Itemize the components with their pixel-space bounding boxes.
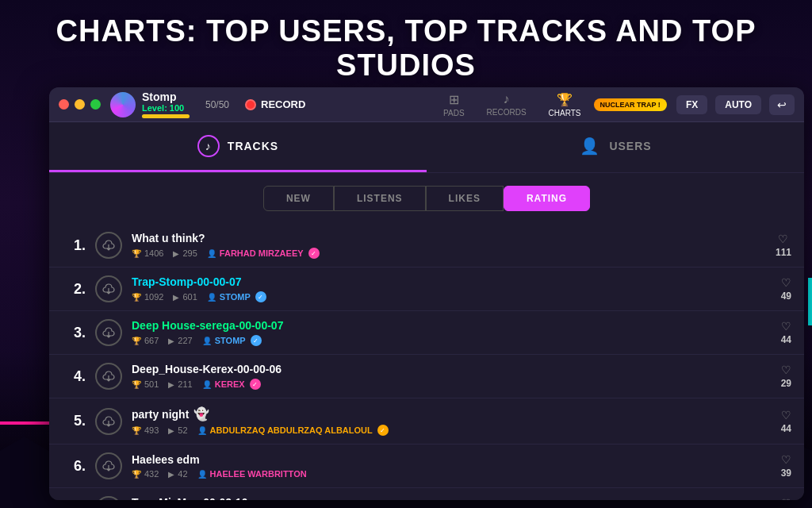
download-button[interactable] bbox=[95, 408, 122, 435]
app-name: Stomp bbox=[142, 90, 190, 103]
play-value: 52 bbox=[178, 425, 187, 435]
verified-icon: ✓ bbox=[377, 425, 389, 436]
trophy-count: 🏆 501 bbox=[132, 379, 159, 389]
download-button[interactable] bbox=[95, 275, 122, 302]
level-bar-fill bbox=[142, 114, 190, 118]
level-value: 100 bbox=[170, 103, 184, 113]
heart-icon: ♡ bbox=[778, 233, 788, 245]
track-row[interactable]: 6. Haelees edm 🏆 432 ▶ 42 👤 HAELE bbox=[49, 444, 804, 488]
auto-button[interactable]: AUTO bbox=[715, 95, 761, 114]
heart-icon: ♡ bbox=[781, 276, 791, 289]
download-button[interactable] bbox=[95, 232, 122, 259]
close-button[interactable] bbox=[59, 99, 69, 110]
level-bar-container bbox=[142, 114, 190, 118]
track-name: Deep_House-Kerex-00-00-06 bbox=[132, 363, 772, 375]
record-label: RECORD bbox=[261, 98, 305, 110]
download-button[interactable] bbox=[95, 452, 122, 479]
download-icon bbox=[102, 415, 115, 428]
nuclear-label: NUCLEAR TRAP ! bbox=[600, 101, 661, 109]
person-icon: 👤 bbox=[202, 380, 212, 389]
track-likes: ♡ 44 bbox=[781, 320, 791, 345]
records-icon: ♪ bbox=[504, 92, 510, 106]
track-likes: ♡ 49 bbox=[781, 276, 791, 302]
artist-info: 👤 STOMP ✓ bbox=[202, 335, 262, 346]
play-value: 601 bbox=[182, 292, 197, 302]
heart-icon: ♡ bbox=[781, 453, 791, 466]
track-meta: 🏆 667 ▶ 227 👤 STOMP ✓ bbox=[132, 335, 772, 346]
verified-icon: ✓ bbox=[308, 248, 320, 259]
track-row[interactable]: 4. Deep_House-Kerex-00-00-06 🏆 501 ▶ 211… bbox=[49, 355, 804, 398]
artist-info: 👤 ABDULRZAQ ABDULRZAQ ALBALOUL ✓ bbox=[197, 425, 389, 436]
likes-count: 44 bbox=[781, 334, 791, 345]
download-icon bbox=[102, 239, 115, 252]
trophy-value: 1406 bbox=[144, 248, 163, 258]
play-icon: ▶ bbox=[168, 337, 174, 345]
fx-button[interactable]: FX bbox=[676, 95, 707, 114]
download-button[interactable] bbox=[95, 363, 122, 390]
track-likes: ♡ 22 bbox=[781, 497, 791, 500]
maximize-button[interactable] bbox=[90, 99, 101, 110]
track-row[interactable]: 3. Deep House-serega-00-00-07 🏆 667 ▶ 22… bbox=[49, 311, 804, 355]
likes-count: 29 bbox=[781, 378, 791, 389]
track-row[interactable]: 2. Trap-Stomp-00-00-07 🏆 1092 ▶ 601 👤 bbox=[49, 267, 804, 311]
tab-tracks[interactable]: ♪ TRACKS bbox=[49, 122, 427, 172]
trophy-count: 🏆 1406 bbox=[132, 248, 163, 258]
verified-icon: ✓ bbox=[255, 291, 266, 302]
download-button[interactable] bbox=[95, 319, 122, 346]
filter-listens[interactable]: LISTENS bbox=[334, 186, 426, 211]
tab-users[interactable]: 👤 USERS bbox=[427, 122, 804, 172]
trophy-icon: 🏆 bbox=[132, 249, 141, 258]
back-button[interactable]: ↩ bbox=[769, 94, 795, 115]
heart-icon: ♡ bbox=[781, 409, 791, 421]
track-row[interactable]: 1. What u think? 🏆 1406 ▶ 295 👤 F bbox=[49, 224, 804, 267]
content-area: ♪ TRACKS 👤 USERS NEW LISTENS LIKES RATIN… bbox=[49, 122, 804, 500]
track-rank: 1. bbox=[62, 237, 86, 254]
download-icon bbox=[102, 460, 115, 472]
person-icon: 👤 bbox=[207, 249, 216, 258]
play-value: 295 bbox=[182, 248, 197, 258]
likes-count: 39 bbox=[781, 468, 791, 479]
tracks-tab-icon: ♪ bbox=[197, 135, 220, 157]
charts-icon: 🏆 bbox=[557, 92, 573, 107]
download-icon bbox=[102, 283, 115, 295]
track-info: Deep House-serega-00-00-07 🏆 667 ▶ 227 👤… bbox=[132, 319, 772, 346]
heart-icon: ♡ bbox=[781, 320, 791, 333]
track-rank: 6. bbox=[62, 458, 86, 475]
filter-rating[interactable]: RATING bbox=[504, 186, 590, 211]
track-info: party night👻 🏆 493 ▶ 52 👤 ABDULRZAQ ABDU… bbox=[132, 406, 772, 436]
track-row[interactable]: 7. Trap-MixMan-00-02-16 🏆 410 ▶ 38 👤 bbox=[49, 488, 804, 500]
title-bar: Stomp Level: 100 50/50 RECORD ⊞ PADS ♪ R… bbox=[49, 87, 804, 122]
person-icon: 👤 bbox=[197, 470, 207, 479]
play-count: ▶ 52 bbox=[168, 425, 187, 435]
download-button[interactable] bbox=[95, 496, 122, 500]
trophy-value: 667 bbox=[144, 336, 159, 345]
play-value: 42 bbox=[178, 469, 187, 479]
tab-charts[interactable]: 🏆 CHARTS bbox=[539, 89, 591, 121]
tracks-tab-label: TRACKS bbox=[228, 140, 278, 152]
nuclear-badge[interactable]: NUCLEAR TRAP ! bbox=[594, 98, 667, 111]
record-button[interactable]: RECORD bbox=[245, 98, 305, 110]
artist-info: 👤 HAELEE WARBRITTON bbox=[197, 469, 307, 479]
play-count: ▶ 211 bbox=[168, 379, 192, 389]
nav-tabs: ⊞ PADS ♪ RECORDS 🏆 CHARTS NUCLEAR TRAP !… bbox=[434, 89, 795, 121]
track-row[interactable]: 5. party night👻 🏆 493 ▶ 52 👤 ABD bbox=[49, 398, 804, 444]
track-name: Trap-MixMan-00-02-16 bbox=[132, 496, 772, 500]
tab-pads[interactable]: ⊞ PADS bbox=[434, 89, 474, 121]
trophy-value: 501 bbox=[144, 379, 159, 389]
users-tab-label: USERS bbox=[609, 140, 651, 152]
likes-count: 44 bbox=[781, 423, 791, 434]
play-icon: ▶ bbox=[173, 293, 179, 302]
track-meta: 🏆 493 ▶ 52 👤 ABDULRZAQ ABDULRZAQ ALBALOU… bbox=[132, 425, 772, 436]
artist-info: 👤 STOMP ✓ bbox=[207, 291, 266, 302]
track-count: 50/50 bbox=[205, 99, 229, 110]
filter-likes[interactable]: LIKES bbox=[426, 186, 504, 211]
minimize-button[interactable] bbox=[75, 99, 85, 110]
tab-records[interactable]: ♪ RECORDS bbox=[477, 89, 536, 120]
filter-new[interactable]: NEW bbox=[263, 186, 334, 211]
track-name: Haelees edm bbox=[132, 453, 772, 466]
records-label: RECORDS bbox=[487, 108, 527, 117]
track-likes: ♡ 111 bbox=[776, 233, 791, 258]
verified-icon: ✓ bbox=[251, 335, 262, 346]
app-window: Stomp Level: 100 50/50 RECORD ⊞ PADS ♪ R… bbox=[49, 87, 804, 500]
track-rank: 2. bbox=[62, 281, 86, 298]
